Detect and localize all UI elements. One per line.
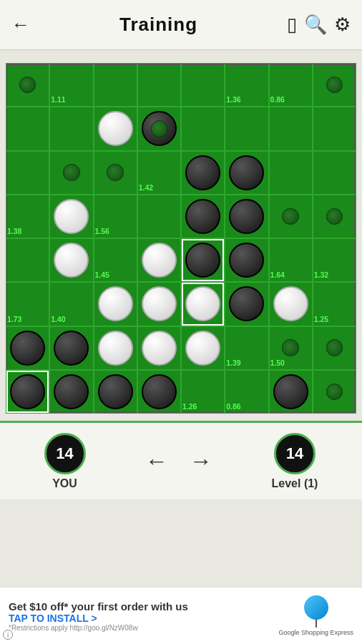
piece-black-piece-7-6 bbox=[273, 374, 308, 409]
piece-black-piece-7-3 bbox=[142, 374, 177, 409]
player-label: YOU bbox=[52, 477, 77, 490]
info-icon: i bbox=[3, 630, 13, 640]
piece-black-piece-7-1 bbox=[54, 374, 89, 409]
bottom-panel: 14 YOU ← → 14 Level (1) bbox=[0, 421, 362, 499]
piece-white-piece-5-2 bbox=[98, 286, 133, 321]
score-6-5: 1.39 bbox=[226, 358, 240, 367]
score-0-6: 0.86 bbox=[270, 95, 285, 104]
piece-white-piece-6-2 bbox=[98, 331, 133, 366]
board-container: 1.111.360.861.421.381.561.451.641.321.73… bbox=[0, 50, 362, 421]
balloon-icon bbox=[303, 595, 330, 628]
piece-small-dark-1-3 bbox=[151, 120, 167, 137]
piece-white-piece-4-1 bbox=[54, 243, 89, 278]
piece-black-piece-6-0 bbox=[10, 331, 45, 366]
piece-white-piece-6-3 bbox=[142, 331, 177, 366]
piece-black-piece-4-5 bbox=[229, 243, 264, 278]
next-arrow[interactable]: → bbox=[190, 448, 212, 474]
piece-small-dark-0-7 bbox=[326, 77, 343, 93]
gear-icon[interactable]: ⚙ bbox=[334, 14, 351, 36]
piece-white-piece-3-1 bbox=[54, 199, 89, 234]
brand-label: Google Shopping Express bbox=[278, 629, 353, 636]
piece-black-piece-7-0 bbox=[10, 374, 45, 409]
piece-white-piece-6-4 bbox=[185, 331, 220, 366]
player-badge: 14 bbox=[44, 433, 86, 474]
score-5-7: 1.25 bbox=[314, 315, 328, 323]
piece-black-piece-6-1 bbox=[54, 331, 89, 366]
ad-title: Get $10 off* your first order with us bbox=[9, 600, 270, 613]
piece-small-dark-2-2 bbox=[107, 164, 123, 180]
score-5-1: 1.40 bbox=[51, 315, 65, 323]
ad-logo: Google Shopping Express bbox=[278, 595, 353, 636]
piece-white-piece-5-3 bbox=[142, 286, 177, 321]
piece-black-piece-5-5 bbox=[229, 286, 264, 321]
ad-cta[interactable]: TAP TO INSTALL > bbox=[9, 613, 270, 624]
piece-small-dark-3-6 bbox=[282, 208, 298, 225]
player-info: 14 YOU bbox=[44, 433, 86, 490]
header-icons: ▯ 🔍 ⚙ bbox=[287, 14, 351, 36]
page-title: Training bbox=[119, 14, 197, 36]
piece-black-piece-2-5 bbox=[229, 155, 264, 190]
piece-small-dark-3-7 bbox=[326, 208, 343, 225]
score-3-2: 1.56 bbox=[95, 227, 109, 235]
piece-small-dark-2-1 bbox=[63, 164, 79, 180]
score-4-6: 1.64 bbox=[270, 270, 285, 279]
back-button[interactable]: ← bbox=[11, 14, 30, 36]
piece-small-dark-0-0 bbox=[19, 77, 36, 93]
pieces-layer: 1.111.360.861.421.381.561.451.641.321.73… bbox=[6, 63, 356, 414]
ad-banner[interactable]: i Get $10 off* your first order with us … bbox=[0, 587, 362, 644]
magnify-icon[interactable]: 🔍 bbox=[304, 14, 327, 36]
piece-small-dark-6-7 bbox=[326, 339, 343, 356]
score-0-5: 1.36 bbox=[226, 95, 240, 104]
piece-white-piece-5-4 bbox=[185, 286, 220, 321]
score-4-2: 1.45 bbox=[95, 270, 109, 279]
piece-black-piece-4-4 bbox=[185, 243, 220, 278]
piece-black-piece-3-5 bbox=[229, 199, 264, 234]
prev-arrow[interactable]: ← bbox=[145, 448, 168, 474]
score-0-1: 1.11 bbox=[51, 95, 65, 104]
score-7-5: 0.86 bbox=[226, 402, 240, 411]
piece-black-piece-7-2 bbox=[98, 374, 133, 409]
score-6-6: 1.50 bbox=[270, 358, 285, 367]
header: ← Training ▯ 🔍 ⚙ bbox=[0, 0, 362, 50]
level-badge: 14 bbox=[274, 433, 315, 474]
piece-small-dark-7-7 bbox=[326, 384, 343, 400]
ad-sub: *Restrictions apply http://goo.gl/NzW08w bbox=[9, 624, 270, 632]
level-label: Level (1) bbox=[272, 477, 318, 490]
score-3-0: 1.38 bbox=[7, 227, 21, 235]
ad-text: Get $10 off* your first order with us TA… bbox=[9, 600, 270, 632]
score-5-0: 1.73 bbox=[7, 315, 21, 323]
score-2-3: 1.42 bbox=[139, 183, 153, 192]
piece-black-piece-2-4 bbox=[185, 155, 220, 190]
piece-white-piece-1-2 bbox=[98, 111, 133, 146]
piece-black-piece-3-4 bbox=[185, 199, 220, 234]
score-7-4: 1.26 bbox=[182, 402, 197, 411]
piece-white-piece-5-6 bbox=[273, 286, 308, 321]
level-info: 14 Level (1) bbox=[272, 433, 318, 490]
score-4-7: 1.32 bbox=[314, 270, 328, 279]
game-board[interactable]: 1.111.360.861.421.381.561.451.641.321.73… bbox=[6, 63, 356, 414]
nav-arrows: ← → bbox=[145, 448, 212, 474]
pill-icon[interactable]: ▯ bbox=[287, 14, 297, 36]
piece-white-piece-4-3 bbox=[142, 243, 177, 278]
piece-small-dark-6-6 bbox=[282, 339, 298, 356]
